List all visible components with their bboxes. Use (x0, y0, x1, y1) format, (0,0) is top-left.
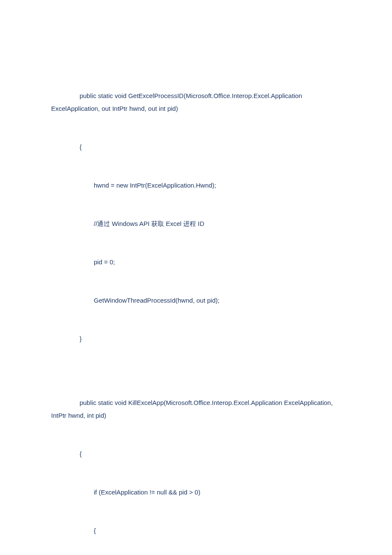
code-line: public static void GetExcelProcessID(Mic… (51, 90, 341, 115)
code-line: if (ExcelApplication != null && pid > 0) (51, 486, 341, 499)
code-line: hwnd = new IntPtr(ExcelApplication.Hwnd)… (51, 179, 341, 192)
code-line: { (51, 448, 341, 460)
code-line: { (51, 141, 341, 153)
code-line: //通过 Windows API 获取 Excel 进程 ID (51, 217, 341, 230)
code-line: pid = 0; (51, 256, 341, 269)
code-line: GetWindowThreadProcessId(hwnd, out pid); (51, 294, 341, 307)
code-line: } (51, 332, 341, 345)
code-line: public static void KillExcelApp(Microsof… (51, 396, 341, 422)
code-line: { (51, 524, 341, 537)
code-block: public static void GetExcelProcessID(Mic… (51, 64, 341, 555)
